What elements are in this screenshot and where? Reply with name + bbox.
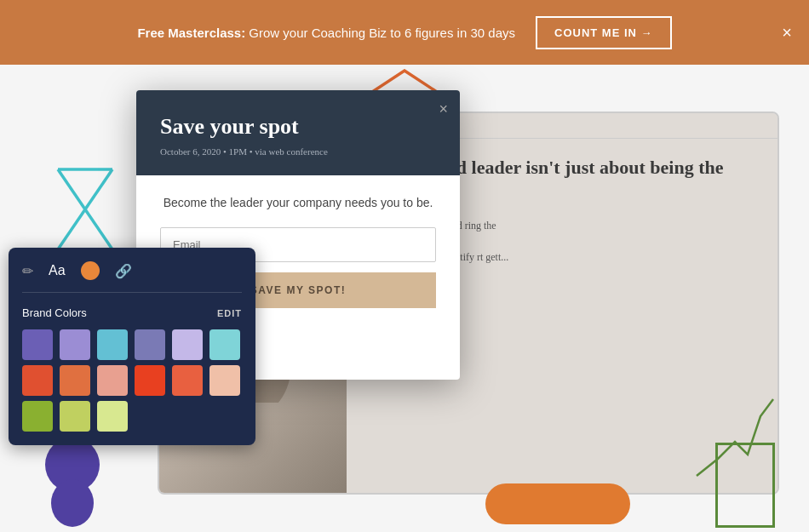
svg-line-4 bbox=[85, 169, 112, 209]
color-swatch[interactable] bbox=[60, 329, 90, 360]
color-swatch[interactable] bbox=[209, 365, 240, 396]
svg-line-6 bbox=[85, 209, 112, 249]
color-swatch[interactable] bbox=[172, 329, 203, 360]
text-style-icon[interactable]: Aa bbox=[49, 263, 66, 278]
svg-rect-11 bbox=[485, 483, 630, 524]
panel-toolbar: ✏ Aa 🔗 bbox=[22, 261, 242, 293]
edit-colors-button[interactable]: EDIT bbox=[217, 308, 242, 318]
banner-cta-button[interactable]: COUNT ME IN → bbox=[536, 16, 672, 49]
banner-rest: Grow your Coaching Biz to 6 figures in 3… bbox=[249, 26, 515, 40]
banner-text: Free Masterclass: Grow your Coaching Biz… bbox=[137, 26, 515, 40]
modal-subtitle: October 6, 2020 • 1PM • via web conferen… bbox=[160, 146, 436, 157]
banner-close-button[interactable]: × bbox=[782, 24, 792, 41]
color-circle-icon[interactable] bbox=[81, 261, 100, 280]
green-rect-decoration bbox=[715, 443, 775, 528]
hourglass-decoration bbox=[51, 163, 119, 260]
top-banner: Free Masterclass: Grow your Coaching Biz… bbox=[0, 0, 809, 65]
color-swatch[interactable] bbox=[97, 401, 128, 432]
color-swatch[interactable] bbox=[135, 329, 165, 360]
color-swatch[interactable] bbox=[97, 365, 128, 396]
link-icon[interactable]: 🔗 bbox=[115, 263, 132, 279]
color-swatch[interactable] bbox=[135, 365, 165, 396]
main-area: Being a good leader isn't just about bei… bbox=[0, 65, 809, 532]
blob-decoration bbox=[34, 435, 111, 532]
color-panel: ✏ Aa 🔗 Brand Colors EDIT bbox=[9, 248, 255, 445]
brand-colors-label: Brand Colors bbox=[22, 306, 87, 319]
modal-description: Become the leader your company needs you… bbox=[160, 194, 436, 212]
color-swatch[interactable] bbox=[22, 401, 53, 432]
color-swatch[interactable] bbox=[60, 401, 90, 432]
color-swatches-grid bbox=[22, 329, 242, 432]
color-swatch[interactable] bbox=[60, 365, 90, 396]
svg-line-5 bbox=[58, 209, 85, 249]
svg-line-3 bbox=[58, 169, 85, 209]
svg-point-10 bbox=[51, 479, 94, 527]
modal-header: Save your spot October 6, 2020 • 1PM • v… bbox=[136, 90, 460, 175]
pill-decoration bbox=[485, 483, 630, 528]
color-swatch[interactable] bbox=[22, 365, 53, 396]
banner-bold: Free Masterclass: bbox=[137, 26, 245, 40]
color-swatch[interactable] bbox=[97, 329, 128, 360]
modal-title: Save your spot bbox=[160, 114, 436, 140]
brand-colors-row: Brand Colors EDIT bbox=[22, 306, 242, 319]
color-swatch[interactable] bbox=[209, 329, 240, 360]
modal-close-button[interactable]: × bbox=[439, 100, 448, 118]
color-swatch[interactable] bbox=[172, 365, 203, 396]
pencil-icon[interactable]: ✏ bbox=[22, 263, 33, 279]
color-swatch[interactable] bbox=[22, 329, 53, 360]
